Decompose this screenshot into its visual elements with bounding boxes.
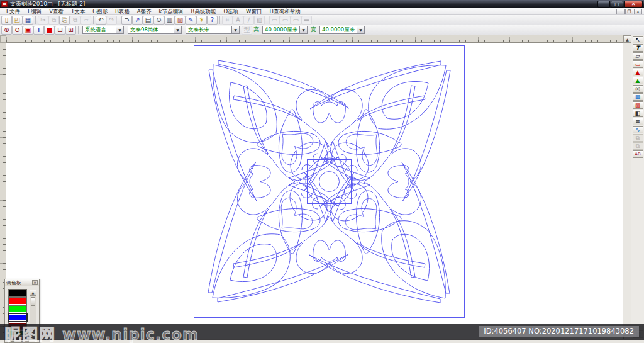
fill-tool[interactable]: ◧ — [633, 110, 643, 117]
menu-item-4[interactable]: G图形 — [89, 8, 111, 15]
toolbar-separator — [219, 16, 220, 24]
palette-swatch-1[interactable] — [9, 298, 26, 305]
center-medallion — [299, 151, 360, 212]
font-select[interactable]: 文泰98简体▼ — [128, 26, 182, 34]
menu-item-1[interactable]: E编辑 — [24, 8, 45, 15]
table-tool[interactable]: ▦ — [633, 93, 643, 101]
palette-close-icon[interactable]: × — [32, 280, 38, 285]
node-mode-icon: ⌗ — [222, 16, 233, 25]
width-field[interactable]: 40.0000厘米 ▼ — [319, 26, 365, 34]
palette-swatch-0[interactable] — [9, 290, 26, 296]
vertical-scrollbar[interactable]: ▲ ▼ — [623, 35, 631, 343]
shape-tool[interactable]: ▲ — [633, 69, 643, 76]
close-button[interactable]: ✕ — [624, 1, 643, 8]
trace-icon[interactable]: ⊃ — [121, 16, 132, 25]
paste-icon[interactable]: ⎘ — [59, 16, 70, 25]
clipart-tool[interactable]: ▲ — [633, 77, 643, 84]
width-label: 宽 — [311, 26, 316, 34]
menu-item-9[interactable]: O选项 — [219, 8, 242, 15]
stamp-icon: ▱ — [80, 16, 91, 25]
copy-icon: ⧉ — [48, 16, 59, 25]
menu-bar: F文件E编辑V查看T文本G图形B表格A整齐k节点编辑R高级功能O选项W窗口H查询… — [0, 8, 644, 15]
application-window: 文泰刻绘2010□ - [无标题-2] — □ ✕ F文件E编辑V查看T文本G图… — [0, 0, 644, 343]
zoom-all-icon[interactable]: ⊞ — [65, 26, 76, 35]
ungroup-tool: ⧉ — [633, 142, 643, 150]
font-style-select[interactable]: 文泰长宋▼ — [186, 26, 240, 34]
redo-icon: ↷ — [106, 16, 117, 25]
toolbar-separator — [35, 16, 36, 24]
cut-icon: ✂ — [38, 16, 48, 25]
new-file-icon[interactable]: ▯ — [1, 16, 12, 25]
height-field[interactable]: 40.0000厘米 ▼ — [262, 26, 308, 34]
menu-item-11[interactable]: H查询和帮助 — [266, 8, 304, 15]
select-tool[interactable]: ↖ — [633, 36, 643, 43]
maximize-button[interactable]: □ — [611, 1, 623, 8]
lamp-icon[interactable]: ☀ — [196, 16, 207, 25]
layout-4-icon: ▬ — [301, 16, 312, 25]
zoom-object-tool[interactable]: ◎ — [633, 85, 643, 93]
palette-title: 调色板 — [6, 279, 21, 286]
pic-mode-icon: ▧ — [254, 16, 265, 25]
horizontal-ruler — [6, 35, 623, 43]
mdi-restore-button[interactable]: ❐ — [625, 9, 633, 14]
node-edit-tool[interactable]: ▱ — [633, 52, 643, 60]
zoom-in-icon[interactable]: ⊕ — [1, 26, 12, 35]
palette-title-bar[interactable]: 调色板 × — [5, 279, 39, 286]
print-icon[interactable]: ▤ — [143, 16, 153, 25]
save-file-icon[interactable]: ▦ — [23, 16, 33, 25]
palette-scroll-thumb[interactable] — [31, 297, 35, 306]
undo-icon[interactable]: ↶ — [96, 16, 106, 25]
pen-icon[interactable]: ✎ — [186, 16, 196, 25]
shape-type-button: 型 — [242, 26, 252, 35]
zoom-window-icon[interactable]: ▣ — [23, 26, 33, 35]
font-select-value: 文泰98简体 — [128, 26, 174, 34]
menu-item-2[interactable]: V查看 — [45, 8, 67, 15]
menu-item-5[interactable]: B表格 — [111, 8, 133, 15]
chevron-down-icon[interactable]: ▼ — [174, 26, 181, 33]
mdi-minimize-button[interactable]: _ — [616, 9, 625, 14]
plot-output-icon[interactable]: ⇗ — [132, 16, 143, 25]
kern-tool[interactable]: AB — [633, 150, 643, 158]
curve-tool[interactable]: ∿ — [633, 126, 643, 133]
palette-swatch-2[interactable] — [9, 306, 26, 313]
chevron-down-icon[interactable]: ▼ — [357, 26, 364, 33]
help-icon[interactable]: ? — [207, 16, 218, 25]
zoom-page-icon[interactable]: ⊡ — [55, 26, 65, 35]
menu-item-8[interactable]: R高级功能 — [187, 8, 220, 15]
color-block-tool[interactable]: ▩ — [633, 101, 643, 109]
standard-toolbar: ▯◰▦✂⧉⎘⧉▱↶↷⊃⇗▤⊙▥▨✎☀?⌗A∕▧▭▭▭▬ — [0, 15, 644, 25]
pan-icon[interactable]: ✛ — [33, 26, 44, 35]
ornament-drawing[interactable] — [194, 45, 465, 318]
preview-page-icon[interactable]: ▥ — [164, 16, 175, 25]
menu-item-10[interactable]: W窗口 — [242, 8, 265, 15]
language-select[interactable]: 系统语言▼ — [82, 26, 124, 34]
print-preview-icon[interactable]: ⊙ — [153, 16, 164, 25]
menu-item-6[interactable]: A整齐 — [133, 8, 155, 15]
palette-swatch-3[interactable] — [9, 314, 26, 321]
text-align-tool[interactable]: ≡ — [633, 118, 643, 125]
text-tool[interactable]: T — [633, 44, 643, 52]
language-select-value: 系统语言 — [83, 26, 116, 34]
window-title: 文泰刻绘2010□ - [无标题-2] — [10, 0, 85, 8]
watermark-id-text: ID:4056407 NO:20201217171019843082 — [479, 326, 639, 337]
menu-item-3[interactable]: T文本 — [67, 8, 89, 15]
drawing-toolbar: ↖T▱▭▲▲◎▦▩◧≡∿⧉⧉AB ▤ — [631, 35, 644, 343]
zoom-out-icon[interactable]: ⊖ — [12, 26, 23, 35]
rect-tool[interactable]: ▭ — [633, 60, 643, 68]
chevron-down-icon[interactable]: ▼ — [116, 26, 123, 33]
toolbar-separator — [93, 16, 94, 24]
minimize-button[interactable]: — — [597, 1, 610, 8]
toolbar-separator — [267, 16, 267, 24]
layout-3-icon: ▭ — [291, 16, 301, 25]
image-icon[interactable]: ▨ — [175, 16, 186, 25]
menu-item-7[interactable]: k节点编辑 — [155, 8, 187, 15]
chevron-down-icon[interactable]: ▼ — [231, 26, 239, 33]
ruler-corner — [0, 35, 6, 43]
chevron-down-icon[interactable]: ▼ — [299, 26, 307, 33]
mdi-close-button[interactable]: × — [634, 9, 642, 14]
layout-2-icon: ▭ — [280, 16, 291, 25]
palette-scroll-up-icon[interactable]: ▲ — [30, 290, 36, 296]
open-file-icon[interactable]: ◰ — [12, 16, 23, 25]
fill-red-icon[interactable]: ■ — [44, 26, 55, 35]
menu-item-0[interactable]: F文件 — [3, 8, 24, 15]
